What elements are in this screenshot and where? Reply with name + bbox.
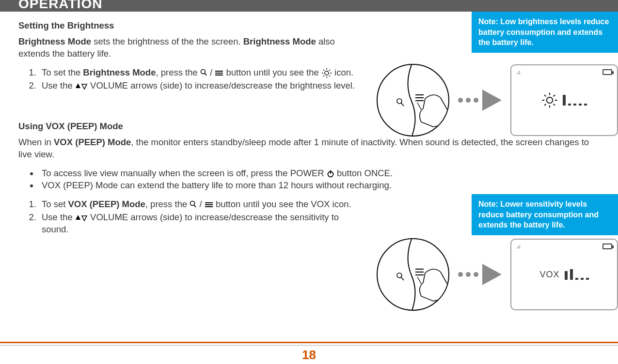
dot	[466, 272, 471, 277]
footer-gray-line	[0, 345, 618, 346]
bold-text: Brightness Mode	[18, 36, 91, 46]
bar-empty	[581, 278, 584, 280]
vox-intro: When in VOX (PEEP) Mode, the monitor ent…	[18, 136, 600, 161]
text: To access live view manually when the sc…	[42, 168, 327, 178]
svg-line-29	[554, 95, 555, 96]
svg-line-26	[544, 95, 546, 96]
text: /	[207, 67, 215, 77]
arrowhead-icon	[482, 264, 502, 285]
page-content: Note: Low brightness levels reduce batte…	[0, 12, 618, 236]
screen-vox-preview: ⊿ VOX	[510, 239, 618, 310]
signal-icon: ⊿	[516, 69, 521, 76]
svg-line-11	[329, 76, 330, 76]
bold-text: Brightness Mode	[243, 36, 316, 46]
note-sensitivity: Note: Lower sensitivity levels reduce ba…	[472, 194, 618, 235]
svg-line-17	[401, 103, 404, 106]
bar-empty	[579, 104, 582, 106]
battery-icon	[602, 243, 612, 249]
volume-arrows-icon	[75, 214, 88, 222]
list-item: To access live view manually when the sc…	[39, 167, 465, 180]
menu-icon	[215, 70, 223, 76]
header-bar: OPERATION	[0, 0, 618, 12]
page-header-title: OPERATION	[18, 0, 102, 12]
volume-arrows-icon	[75, 82, 88, 90]
text: To set the	[42, 67, 83, 77]
text: button ONCE.	[337, 168, 393, 178]
text: button until you see the VOX icon.	[216, 199, 351, 209]
svg-line-28	[544, 104, 546, 106]
svg-marker-15	[82, 84, 87, 89]
bar	[570, 269, 573, 280]
bold-text: VOX (PEEP) Mode	[54, 137, 131, 147]
list-item: Use the VOLUME arrows (side) to increase…	[39, 212, 358, 236]
bar	[565, 271, 568, 280]
bar-empty	[586, 278, 589, 280]
svg-line-33	[194, 205, 196, 207]
brightness-intro: Brightness Mode sets the brightness of t…	[18, 36, 358, 60]
page-footer: 18	[0, 342, 618, 364]
bold-text: Brightness Mode	[83, 67, 156, 77]
svg-marker-38	[82, 216, 87, 221]
svg-point-21	[547, 97, 553, 103]
vox-steps-wrap: To set VOX (PEEP) Mode, press the / butt…	[18, 198, 358, 236]
battery-icon	[602, 69, 612, 75]
svg-line-40	[401, 277, 404, 280]
level-bars	[563, 95, 587, 106]
zoom-icon	[200, 69, 207, 77]
menu-icon	[205, 202, 213, 208]
dot	[466, 98, 471, 103]
section-brightness: Setting the Brightness Brightness Mode s…	[18, 20, 358, 92]
sun-icon	[321, 68, 332, 78]
arrow-icon	[458, 90, 502, 111]
svg-line-13	[329, 70, 330, 71]
svg-line-12	[323, 76, 324, 76]
svg-line-1	[205, 73, 206, 76]
illustration-vox: ⊿ VOX	[377, 238, 618, 311]
brightness-steps: To set the Brightness Mode, press the / …	[39, 67, 358, 92]
svg-marker-37	[76, 215, 80, 220]
level-bars	[565, 269, 589, 280]
power-icon	[327, 170, 334, 178]
list-item: VOX (PEEP) Mode can extend the battery l…	[39, 180, 465, 192]
bar	[563, 95, 566, 106]
arrowhead-icon	[482, 90, 502, 111]
zoom-icon	[190, 200, 197, 209]
text: When in	[18, 137, 54, 147]
list-item: Use the VOLUME arrows (side) to increase…	[39, 80, 358, 92]
svg-marker-14	[76, 83, 80, 88]
dot	[474, 272, 478, 277]
text: , press the	[145, 199, 190, 209]
footer-accent-line	[0, 342, 618, 343]
svg-line-10	[323, 70, 324, 71]
text: /	[197, 199, 204, 209]
bar-empty	[568, 104, 571, 106]
text: To set	[42, 199, 68, 209]
text: button until you see the	[226, 67, 321, 77]
zoom-menu-button-icon: /	[190, 199, 216, 209]
vox-steps: To set VOX (PEEP) Mode, press the / butt…	[39, 198, 358, 236]
svg-point-5	[325, 71, 329, 75]
sun-icon	[541, 92, 558, 108]
note-brightness: Note: Low brightness levels reduce batte…	[472, 12, 618, 53]
bar-empty	[573, 104, 576, 106]
zoom-menu-button-icon: /	[200, 67, 226, 77]
arrow-icon	[458, 264, 502, 285]
text: Use the	[42, 80, 75, 91]
press-drawing	[378, 239, 449, 311]
press-drawing	[378, 65, 449, 136]
screen-brightness-preview: ⊿	[510, 64, 618, 136]
list-item: To set the Brightness Mode, press the / …	[39, 67, 358, 79]
signal-icon: ⊿	[516, 243, 521, 250]
press-button-illustration	[377, 238, 449, 311]
bar-empty	[584, 104, 587, 106]
list-item: To set VOX (PEEP) Mode, press the / butt…	[39, 198, 358, 211]
illustration-brightness: ⊿	[377, 64, 618, 136]
text: VOLUME arrows (side) to increase/descrea…	[90, 80, 355, 91]
page-number: 18	[302, 348, 316, 364]
text: sets the brightness of the the screen.	[91, 36, 243, 46]
section-title-brightness: Setting the Brightness	[18, 20, 358, 31]
dot	[474, 98, 478, 103]
bar-empty	[575, 278, 578, 280]
vox-bullets: To access live view manually when the sc…	[39, 167, 465, 192]
text: icon.	[334, 67, 353, 77]
